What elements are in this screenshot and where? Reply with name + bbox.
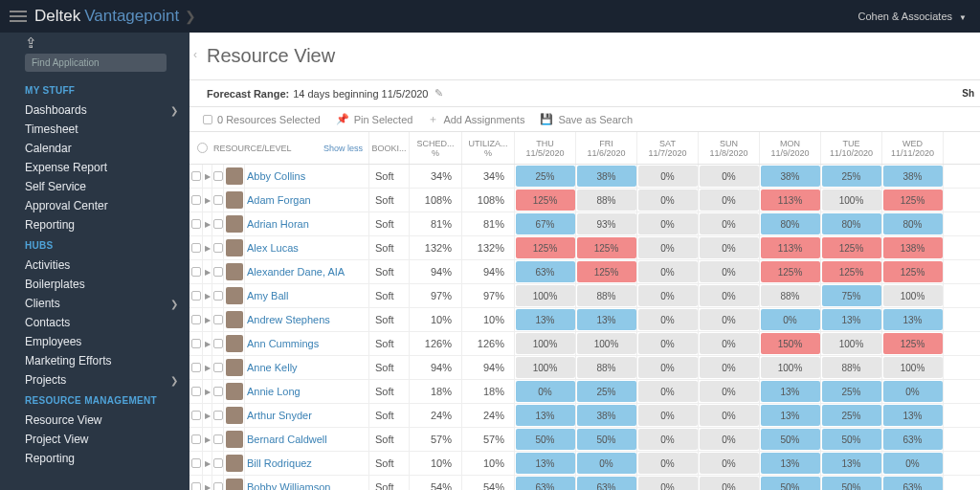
sidebar-item[interactable]: Employees [0, 332, 189, 351]
day-cell[interactable]: 38% [576, 165, 637, 188]
day-cell[interactable]: 100% [515, 332, 576, 355]
day-cell[interactable]: 125% [882, 189, 944, 212]
sidebar-item[interactable]: Approval Center [0, 196, 189, 215]
day-cell[interactable]: 0% [882, 380, 944, 403]
sidebar-item[interactable]: Reporting [0, 215, 189, 234]
account-menu[interactable]: Cohen & Associates ▼ [858, 11, 967, 22]
expand-icon[interactable]: ▶ [203, 212, 212, 235]
expand-icon[interactable]: ▶ [203, 380, 212, 403]
day-cell[interactable]: 0% [699, 212, 760, 235]
expand-icon[interactable]: ▶ [203, 356, 212, 379]
resource-name-link[interactable]: Bernard Caldwell [245, 428, 369, 451]
add-assignments-button[interactable]: ＋Add Assignments [428, 112, 524, 126]
day-cell[interactable]: 88% [760, 284, 821, 307]
day-cell[interactable]: 63% [515, 476, 576, 490]
day-cell[interactable]: 113% [760, 189, 821, 212]
day-cell[interactable]: 0% [637, 476, 699, 490]
day-cell[interactable]: 13% [515, 404, 576, 427]
day-cell[interactable]: 125% [821, 236, 882, 259]
clock-icon[interactable] [197, 143, 208, 153]
row-checkbox[interactable] [189, 476, 203, 490]
pin-selected-button[interactable]: 📌Pin Selected [336, 113, 413, 125]
header-utilization[interactable]: UTILIZA...% [462, 132, 515, 164]
row-checkbox[interactable] [189, 165, 203, 188]
day-cell[interactable]: 0% [699, 165, 760, 188]
booking-cell[interactable]: Soft [369, 284, 410, 307]
row-checkbox[interactable] [189, 452, 203, 475]
sidebar-item[interactable]: Timesheet [0, 120, 189, 139]
resource-name-link[interactable]: Bill Rodriquez [245, 452, 369, 475]
sidebar-item[interactable]: Boilerplates [0, 275, 189, 294]
day-cell[interactable]: 0% [882, 452, 944, 475]
day-cell[interactable]: 125% [882, 332, 944, 355]
day-cell[interactable]: 25% [821, 404, 882, 427]
day-cell[interactable]: 50% [821, 476, 882, 490]
day-cell[interactable]: 63% [576, 476, 637, 490]
day-cell[interactable]: 0% [637, 212, 699, 235]
sidebar-item[interactable]: Clients❯ [0, 294, 189, 313]
day-cell[interactable]: 113% [760, 236, 821, 259]
sidebar-item[interactable]: Expense Report [0, 158, 189, 177]
day-cell[interactable]: 93% [576, 212, 637, 235]
resource-name-link[interactable]: Amy Ball [245, 284, 369, 307]
expand-icon[interactable]: ▶ [203, 332, 212, 355]
day-cell[interactable]: 0% [637, 165, 699, 188]
header-day[interactable]: FRI11/6/2020 [576, 132, 637, 164]
resource-name-link[interactable]: Adrian Horan [245, 212, 369, 235]
row-checkbox-2[interactable] [212, 308, 224, 331]
row-checkbox[interactable] [189, 332, 203, 355]
edit-icon[interactable]: ✎ [434, 87, 443, 100]
day-cell[interactable]: 80% [882, 212, 944, 235]
row-checkbox[interactable] [189, 212, 203, 235]
row-checkbox[interactable] [189, 380, 203, 403]
day-cell[interactable]: 0% [699, 284, 760, 307]
sidebar-item[interactable]: Activities [0, 256, 189, 275]
day-cell[interactable]: 0% [699, 260, 760, 283]
row-checkbox[interactable] [189, 404, 203, 427]
header-day[interactable]: WED11/11/2020 [882, 132, 944, 164]
row-checkbox-2[interactable] [212, 236, 224, 259]
row-checkbox-2[interactable] [212, 404, 224, 427]
day-cell[interactable]: 100% [576, 332, 637, 355]
booking-cell[interactable]: Soft [369, 189, 410, 212]
day-cell[interactable]: 25% [515, 165, 576, 188]
header-day[interactable]: MON11/9/2020 [760, 132, 821, 164]
day-cell[interactable]: 75% [821, 284, 882, 307]
day-cell[interactable]: 13% [576, 308, 637, 331]
sidebar-item[interactable]: Marketing Efforts [0, 351, 189, 370]
expand-icon[interactable]: ▶ [203, 189, 212, 212]
day-cell[interactable]: 0% [699, 332, 760, 355]
header-day[interactable]: SAT11/7/2020 [637, 132, 699, 164]
day-cell[interactable]: 13% [760, 380, 821, 403]
day-cell[interactable]: 63% [882, 428, 944, 451]
day-cell[interactable]: 100% [882, 284, 944, 307]
expand-icon[interactable]: ▶ [203, 476, 212, 490]
day-cell[interactable]: 0% [637, 428, 699, 451]
booking-cell[interactable]: Soft [369, 332, 410, 355]
chevron-left-icon[interactable]: ‹ [193, 48, 197, 61]
day-cell[interactable]: 25% [821, 380, 882, 403]
day-cell[interactable]: 38% [882, 165, 944, 188]
day-cell[interactable]: 100% [760, 356, 821, 379]
day-cell[interactable]: 125% [515, 236, 576, 259]
booking-cell[interactable]: Soft [369, 428, 410, 451]
day-cell[interactable]: 0% [699, 380, 760, 403]
day-cell[interactable]: 50% [821, 428, 882, 451]
day-cell[interactable]: 0% [637, 284, 699, 307]
day-cell[interactable]: 50% [515, 428, 576, 451]
day-cell[interactable]: 0% [699, 356, 760, 379]
day-cell[interactable]: 0% [699, 308, 760, 331]
day-cell[interactable]: 138% [882, 236, 944, 259]
booking-cell[interactable]: Soft [369, 236, 410, 259]
header-day[interactable]: SUN11/8/2020 [699, 132, 760, 164]
checkbox-icon[interactable] [203, 115, 212, 124]
day-cell[interactable]: 125% [515, 189, 576, 212]
day-cell[interactable]: 150% [760, 332, 821, 355]
day-cell[interactable]: 50% [576, 428, 637, 451]
day-cell[interactable]: 0% [637, 452, 699, 475]
day-cell[interactable]: 88% [576, 284, 637, 307]
day-cell[interactable]: 38% [576, 404, 637, 427]
day-cell[interactable]: 100% [515, 356, 576, 379]
resource-name-link[interactable]: Andrew Stephens [245, 308, 369, 331]
resource-name-link[interactable]: Arthur Snyder [245, 404, 369, 427]
